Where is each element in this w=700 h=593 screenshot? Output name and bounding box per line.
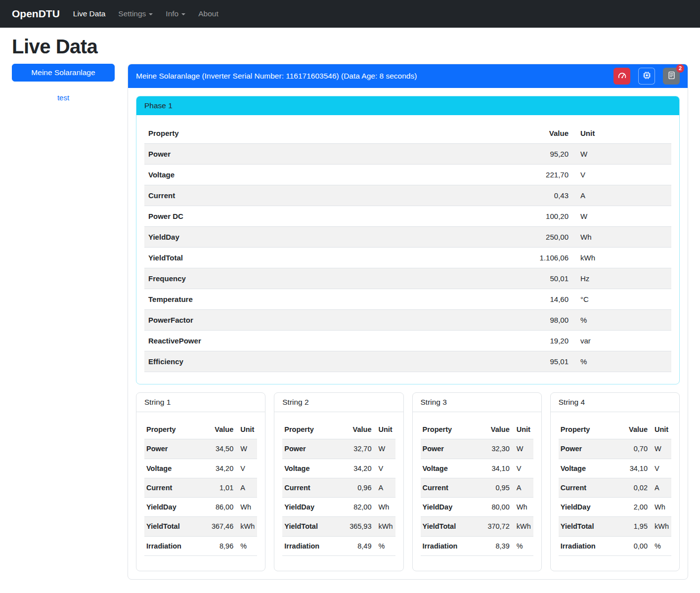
unit-cell: %: [374, 537, 395, 555]
table-row: Power 0,70 W: [559, 439, 671, 459]
property-cell: Voltage: [144, 459, 203, 478]
inverter-panel: Meine Solaranlage (Inverter Serial Numbe…: [128, 64, 688, 580]
event-count-badge: 2: [676, 64, 684, 73]
limit-settings-button[interactable]: [613, 68, 630, 85]
property-column-header: Property: [144, 123, 498, 143]
property-cell: YieldDay: [282, 498, 341, 516]
property-cell: Current: [282, 478, 341, 497]
unit-cell: V: [235, 459, 257, 478]
value-cell: 34,20: [203, 459, 235, 478]
unit-cell: kWh: [650, 517, 671, 536]
value-cell: 365,93: [341, 517, 374, 536]
value-cell: 221,70: [498, 165, 572, 185]
device-info-button[interactable]: [638, 68, 655, 85]
table-row: Power 95,20 W: [144, 144, 671, 165]
value-cell: 0,70: [617, 439, 650, 458]
value-cell: 95,20: [498, 144, 572, 164]
property-cell: Power: [282, 439, 341, 458]
unit-column-header: Unit: [374, 420, 395, 439]
table-row: YieldDay 82,00 Wh: [282, 498, 395, 517]
phase-card-header: Phase 1: [136, 96, 679, 115]
property-cell: Irradiation: [559, 537, 617, 555]
nav-item-settings[interactable]: Settings: [112, 5, 159, 22]
unit-cell: %: [235, 537, 257, 555]
event-log-button[interactable]: 2: [663, 68, 680, 85]
table-row: Efficiency 95,01 %: [144, 351, 671, 372]
nav-item-live-data[interactable]: Live Data: [67, 5, 112, 22]
unit-cell: °C: [572, 289, 671, 309]
unit-cell: Wh: [650, 498, 671, 516]
unit-cell: %: [572, 351, 671, 372]
string-card-title: String 3: [413, 393, 541, 412]
property-cell: Power: [144, 439, 203, 458]
property-cell: YieldTotal: [559, 517, 617, 536]
table-row: Current 0,43 A: [144, 185, 671, 206]
gauge-icon: [617, 71, 627, 82]
inverter-panel-title: Meine Solaranlage (Inverter Serial Numbe…: [136, 72, 606, 81]
property-column-header: Property: [421, 420, 479, 439]
table-row: Power 32,70 W: [282, 439, 395, 459]
value-cell: 8,49: [341, 537, 374, 555]
value-cell: 0,95: [479, 478, 512, 497]
unit-cell: V: [650, 459, 671, 478]
string-cards: String 1 Property Value Unit: [136, 392, 680, 571]
value-cell: 0,00: [617, 537, 650, 555]
property-cell: Frequency: [144, 268, 498, 289]
table-row: Voltage 221,70 V: [144, 165, 671, 185]
table-row: Irradiation 0,00 %: [559, 537, 671, 556]
value-column-header: Value: [617, 420, 650, 439]
string-card: String 4 Property Value Unit: [550, 392, 680, 571]
table-row: YieldDay 80,00 Wh: [421, 498, 533, 517]
value-cell: 95,01: [498, 351, 572, 372]
value-cell: 86,00: [203, 498, 235, 516]
string-table: Property Value Unit Power 34,50 W: [144, 420, 257, 556]
unit-cell: A: [650, 478, 671, 497]
value-column-header: Value: [498, 123, 572, 143]
property-column-header: Property: [559, 420, 617, 439]
property-cell: YieldTotal: [144, 248, 498, 268]
value-cell: 32,70: [341, 439, 374, 458]
inverter-panel-header: Meine Solaranlage (Inverter Serial Numbe…: [128, 64, 688, 88]
property-cell: YieldTotal: [144, 517, 203, 536]
value-cell: 8,96: [203, 537, 235, 555]
table-header-row: Property Value Unit: [559, 420, 671, 439]
inverter-panel-body: Phase 1 Property Value Unit Power: [128, 88, 688, 579]
unit-cell: W: [235, 439, 257, 458]
nav-item-info[interactable]: Info: [159, 5, 192, 22]
value-cell: 14,60: [498, 289, 572, 309]
table-row: ReactivePower 19,20 var: [144, 331, 671, 351]
property-cell: ReactivePower: [144, 331, 498, 351]
value-cell: 32,30: [479, 439, 512, 458]
unit-cell: kWh: [572, 248, 671, 268]
unit-cell: var: [572, 331, 671, 351]
value-column-header: Value: [341, 420, 374, 439]
table-row: YieldTotal 370,72 kWh: [421, 517, 533, 536]
value-cell: 250,00: [498, 227, 572, 247]
phase-table: Property Value Unit Power 95,20 W: [144, 123, 671, 372]
unit-cell: A: [512, 478, 533, 497]
app-brand[interactable]: OpenDTU: [12, 8, 60, 20]
chevron-down-icon: [181, 13, 185, 15]
inverter-select-button[interactable]: Meine Solaranlage: [12, 64, 115, 82]
table-row: Frequency 50,01 Hz: [144, 268, 671, 289]
value-cell: 98,00: [498, 310, 572, 330]
nav-item-about[interactable]: About: [192, 5, 225, 22]
table-row: YieldTotal 1.106,06 kWh: [144, 248, 671, 268]
table-row: YieldDay 2,00 Wh: [559, 498, 671, 517]
unit-cell: kWh: [235, 517, 257, 536]
table-row: Temperature 14,60 °C: [144, 289, 671, 310]
property-cell: YieldDay: [144, 498, 203, 516]
table-header-row: Property Value Unit: [144, 420, 257, 439]
property-cell: Irradiation: [144, 537, 203, 555]
table-row: Current 0,95 A: [421, 478, 533, 498]
inverter-link-test[interactable]: test: [12, 93, 115, 102]
string-table: Property Value Unit Power 32,30 W: [421, 420, 533, 556]
table-row: Power 32,30 W: [421, 439, 533, 459]
table-header-row: Property Value Unit: [421, 420, 533, 439]
unit-cell: Wh: [512, 498, 533, 516]
value-cell: 367,46: [203, 517, 235, 536]
journal-icon: [667, 71, 676, 82]
table-row: YieldDay 86,00 Wh: [144, 498, 257, 517]
property-cell: PowerFactor: [144, 310, 498, 330]
property-cell: YieldDay: [144, 227, 498, 247]
